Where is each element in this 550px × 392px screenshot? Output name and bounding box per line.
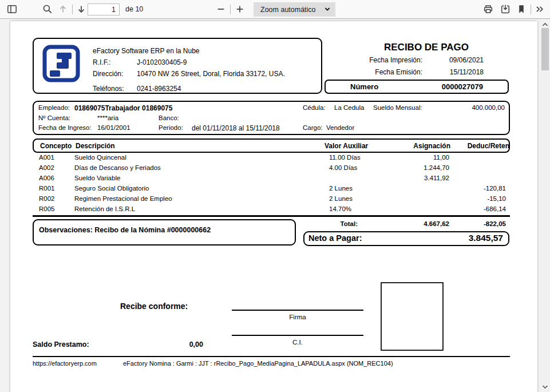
zoom-out-button[interactable] [213, 2, 228, 17]
minus-icon [216, 4, 226, 16]
toolbar-separator [531, 5, 531, 14]
period-value: del 01/11/2018 al 15/11/2018 [192, 124, 280, 132]
row-code: R001 [39, 185, 55, 192]
total-label: Total: [296, 220, 358, 227]
arrow-down-icon [76, 4, 86, 16]
net-pay-label: Neto a Pagar: [308, 233, 362, 243]
receipt-title: RECIBO DE PAGO [343, 42, 509, 53]
row-aux: 4.00 Días [329, 164, 357, 171]
signature-line [232, 310, 363, 311]
col-valor-auxiliar: Valor Auxiliar [325, 142, 368, 150]
position-value: Vendedor [326, 124, 354, 131]
plus-icon [235, 4, 245, 16]
row-description: Regimen Prestacional de Empleo [74, 195, 172, 202]
company-name: eFactory Software ERP en la Nube [93, 47, 200, 55]
page-down-button[interactable] [74, 2, 89, 17]
phones-label: Teléfonos: [93, 85, 124, 93]
arrow-up-icon [58, 4, 68, 16]
bookmark-button[interactable] [514, 2, 529, 17]
find-button[interactable] [40, 2, 55, 17]
bookmark-icon [516, 4, 527, 16]
print-date-label: Fecha Impresión: [354, 56, 422, 64]
search-icon [42, 4, 53, 16]
sidebar-toggle-button[interactable] [5, 2, 19, 17]
company-info-box: eFactory Software ERP en la Nube R.I.F.:… [33, 38, 322, 94]
page-number-input[interactable] [88, 3, 120, 15]
account-value: ****aria [97, 114, 118, 121]
footer-url: https://efactoryerp.com [33, 360, 97, 367]
total-deduction: -822,05 [437, 220, 506, 227]
employee-label: Empleado: [38, 104, 70, 111]
pdf-viewer-area: eFactory Software ERP en la Nube R.I.F.:… [0, 19, 550, 392]
ci-line [232, 335, 363, 336]
net-pay-value: 3.845,57 [469, 233, 503, 243]
period-label: Periodo: [159, 124, 183, 131]
row-aux: 14.70% [329, 205, 351, 212]
scroll-up-button[interactable] [540, 20, 550, 29]
observations-box: Observaciones: Recibo de la Nómina #0000… [33, 219, 296, 246]
row-assignment: 1.244,70 [381, 164, 449, 171]
save-icon [500, 4, 511, 16]
phones-value: 0241-8963254 [137, 85, 181, 93]
footer-info: eFactory Nomina : Garmi : JJT : rRecibo_… [123, 360, 393, 367]
col-deduc-reten: Deduc/Reten [441, 142, 509, 150]
row-description: Sueldo Quincenal [74, 154, 126, 161]
observations-text: Observaciones: Recibo de la Nómina #0000… [39, 226, 211, 234]
chevron-down-icon [324, 5, 331, 15]
net-pay-box: Neto a Pagar: 3.845,57 [303, 231, 509, 246]
page-up-button[interactable] [56, 2, 70, 17]
chevron-down-icon [541, 382, 549, 392]
loan-balance-label: Saldo Prestamo: [33, 340, 89, 349]
scroll-down-button[interactable] [540, 382, 550, 391]
sidebar-toggle-icon [7, 4, 17, 16]
scrollbar-thumb[interactable] [541, 28, 549, 70]
employee-value: 01869075Trabajador 01869075 [74, 104, 172, 112]
rif-value: J-0102030405-9 [137, 58, 187, 66]
print-date-value: 09/06/2021 [415, 56, 484, 64]
firma-label: Firma [232, 314, 363, 320]
row-aux: 11.00 Días [329, 154, 361, 161]
col-concepto: Concepto [40, 142, 72, 150]
number-label: Número [350, 82, 378, 91]
toolbar-separator [72, 5, 73, 14]
table-bottom-rule [33, 215, 510, 217]
pdf-page: eFactory Software ERP en la Nube R.I.F.:… [10, 21, 537, 392]
save-button[interactable] [498, 2, 513, 17]
position-label: Cargo: [303, 124, 323, 131]
row-aux: 2 Lunes [329, 185, 353, 192]
salary-label: Sueldo Mensual: [373, 104, 422, 111]
vertical-scrollbar[interactable] [540, 19, 550, 392]
row-description: Días de Descanso y Feriados [74, 164, 161, 171]
zoom-select[interactable]: Zoom automático [254, 2, 335, 17]
number-value: 0000027079 [442, 82, 483, 91]
cedula-value: La Cedula [334, 104, 364, 111]
salary-value: 400.000,00 [448, 104, 505, 111]
col-descripcion: Descripción [76, 142, 115, 150]
emission-date-value: 15/11/2018 [415, 68, 484, 76]
row-code: R005 [39, 205, 55, 212]
row-assignment: 11,00 [381, 154, 449, 161]
row-deduction: -686,14 [437, 205, 506, 212]
print-button[interactable] [481, 2, 496, 17]
row-deduction: -15,10 [437, 195, 506, 202]
ci-label: C.I. [232, 339, 363, 346]
employee-info-box: Empleado: 01869075Trabajador 01869075 Cé… [33, 101, 510, 135]
receipt-number-box: Número 0000027079 [325, 80, 509, 94]
col-asignacion: Asignación [382, 142, 450, 150]
ingress-date-label: Fecha de Ingreso: [38, 124, 92, 131]
stamp-box [381, 282, 444, 351]
row-deduction: -120,81 [437, 185, 506, 192]
row-code: A001 [39, 154, 54, 161]
table-header-box: Concepto Descripción Valor Auxiliar Asig… [33, 138, 510, 153]
loan-balance-value: 0,00 [146, 340, 203, 349]
rif-label: R.I.F.: [93, 58, 110, 66]
pdf-toolbar: de 10 Zoom automático [0, 0, 550, 19]
row-aux: 2 Lunes [329, 195, 353, 202]
zoom-in-button[interactable] [232, 2, 247, 17]
page-count-label: de 10 [125, 5, 143, 13]
more-tools-button[interactable] [532, 2, 547, 17]
cedula-label: Cédula: [303, 104, 326, 111]
row-code: R002 [39, 195, 55, 202]
ingress-date-value: 16/01/2001 [97, 124, 130, 131]
address-label: Dirección: [93, 70, 123, 78]
